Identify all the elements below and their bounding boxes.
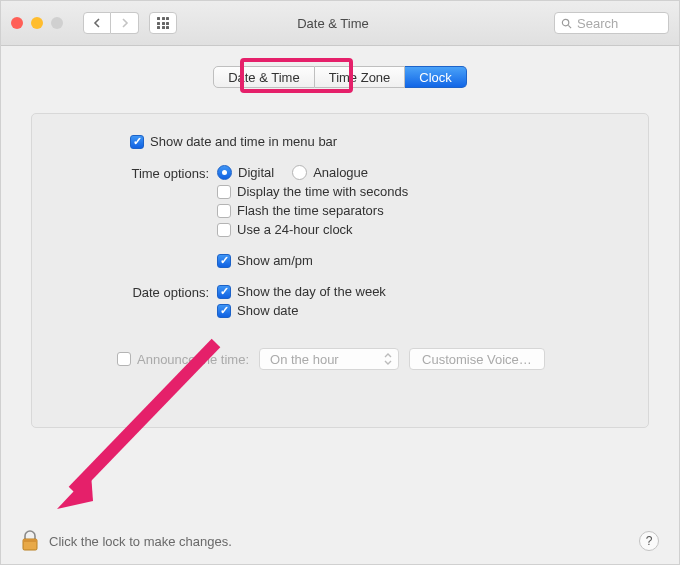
label-show-menubar: Show date and time in menu bar [150, 134, 337, 149]
checkbox-show-dow[interactable]: ✓ Show the day of the week [217, 284, 386, 299]
help-button[interactable]: ? [639, 531, 659, 551]
chevron-left-icon [93, 18, 101, 28]
checkbox-show-date[interactable]: ✓ Show date [217, 303, 386, 318]
updown-icon [384, 353, 392, 365]
tab-time-zone[interactable]: Time Zone [315, 66, 406, 88]
content-area: Date & Time Time Zone Clock ✓ Show date … [1, 46, 679, 428]
checkbox-show-menubar[interactable]: ✓ Show date and time in menu bar [130, 134, 337, 149]
radio-analogue[interactable]: Analogue [292, 165, 368, 180]
tab-date-time[interactable]: Date & Time [213, 66, 315, 88]
svg-line-1 [568, 25, 571, 28]
label-date-options: Date options: [52, 284, 217, 300]
settings-panel: ✓ Show date and time in menu bar Time op… [31, 113, 649, 428]
search-input[interactable]: Search [554, 12, 669, 34]
lock-icon [21, 530, 39, 552]
tab-clock[interactable]: Clock [405, 66, 467, 88]
checkbox-announce-time[interactable]: Announce the time: [117, 352, 249, 367]
lock-text: Click the lock to make changes. [49, 534, 232, 549]
checkbox-flash-separators[interactable]: Flash the time separators [217, 203, 408, 218]
svg-rect-4 [23, 539, 37, 542]
traffic-lights [11, 17, 63, 29]
footer: Click the lock to make changes. ? [21, 530, 659, 552]
window-title: Date & Time [122, 16, 544, 31]
minimize-window-button[interactable] [31, 17, 43, 29]
button-customise-voice: Customise Voice… [409, 348, 545, 370]
svg-point-0 [562, 19, 568, 25]
label-time-options: Time options: [52, 165, 217, 181]
checkbox-show-ampm[interactable]: ✓ Show am/pm [217, 253, 408, 268]
checkbox-24h-clock[interactable]: Use a 24-hour clock [217, 222, 408, 237]
window-toolbar: Date & Time Search [1, 1, 679, 46]
close-window-button[interactable] [11, 17, 23, 29]
zoom-window-button [51, 17, 63, 29]
popup-announce-interval: On the hour [259, 348, 399, 370]
checkbox-display-seconds[interactable]: Display the time with seconds [217, 184, 408, 199]
search-icon [561, 18, 572, 29]
radio-digital[interactable]: Digital [217, 165, 274, 180]
search-placeholder: Search [577, 16, 618, 31]
lock-button[interactable] [21, 530, 39, 552]
tab-bar: Date & Time Time Zone Clock [213, 66, 467, 88]
back-button[interactable] [83, 12, 111, 34]
